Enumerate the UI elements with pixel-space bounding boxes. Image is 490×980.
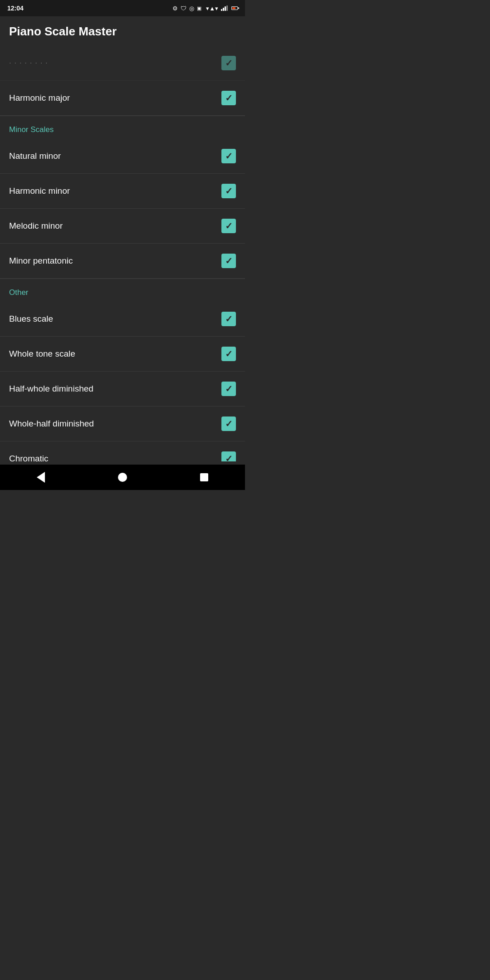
app-title: Piano Scale Master bbox=[9, 24, 236, 39]
signal-icon bbox=[221, 5, 228, 11]
section-header-other: Other bbox=[0, 279, 245, 302]
item-label: Chromatic bbox=[9, 454, 49, 461]
checkbox-whole-tone[interactable]: ✓ bbox=[221, 347, 236, 361]
nav-bar bbox=[0, 465, 245, 490]
recents-icon bbox=[200, 473, 208, 481]
item-label: Half-whole diminished bbox=[9, 384, 93, 394]
recents-button[interactable] bbox=[189, 470, 219, 485]
checkmark-icon: ✓ bbox=[225, 349, 233, 358]
list-item-half-whole[interactable]: Half-whole diminished ✓ bbox=[0, 372, 245, 407]
at-icon: ◎ bbox=[189, 5, 194, 12]
checkmark-icon: ✓ bbox=[225, 59, 233, 68]
back-button[interactable] bbox=[26, 468, 56, 486]
item-label: Harmonic major bbox=[9, 93, 70, 103]
wifi-icon: ▾▲▾ bbox=[206, 5, 218, 12]
item-label: Melodic minor bbox=[9, 221, 63, 231]
back-icon bbox=[37, 472, 45, 483]
list-item-whole-half[interactable]: Whole-half diminished ✓ bbox=[0, 407, 245, 441]
status-time: 12:04 bbox=[7, 5, 24, 12]
content-area: · · · · · · · · ✓ Harmonic major ✓ Minor… bbox=[0, 46, 245, 461]
item-label: · · · · · · · · bbox=[9, 59, 48, 68]
checkmark-icon: ✓ bbox=[225, 186, 233, 196]
clipboard-icon: ▣ bbox=[197, 5, 201, 11]
section-header-minor-scales: Minor Scales bbox=[0, 116, 245, 139]
item-label: Whole tone scale bbox=[9, 349, 75, 359]
item-label: Minor pentatonic bbox=[9, 256, 73, 266]
item-label: Blues scale bbox=[9, 314, 53, 324]
list-item-harmonic-major[interactable]: Harmonic major ✓ bbox=[0, 81, 245, 116]
checkmark-icon: ✓ bbox=[225, 93, 233, 103]
section-title: Other bbox=[9, 288, 29, 297]
checkmark-icon: ✓ bbox=[225, 221, 233, 230]
item-label: Whole-half diminished bbox=[9, 419, 94, 429]
checkbox-melodic-minor[interactable]: ✓ bbox=[221, 219, 236, 233]
checkmark-icon: ✓ bbox=[225, 256, 233, 265]
checkmark-icon: ✓ bbox=[225, 152, 233, 161]
shield-icon: 🛡 bbox=[181, 5, 186, 12]
list-item-whole-tone[interactable]: Whole tone scale ✓ bbox=[0, 337, 245, 372]
checkbox-whole-half[interactable]: ✓ bbox=[221, 416, 236, 431]
item-label: Natural minor bbox=[9, 151, 61, 161]
list-item-harmonic-minor[interactable]: Harmonic minor ✓ bbox=[0, 174, 245, 209]
battery-icon bbox=[231, 6, 238, 10]
checkbox-chromatic[interactable]: ✓ bbox=[221, 451, 236, 461]
checkmark-icon: ✓ bbox=[225, 314, 233, 323]
list-item-melodic-minor[interactable]: Melodic minor ✓ bbox=[0, 209, 245, 244]
checkmark-icon: ✓ bbox=[225, 419, 233, 428]
section-title: Minor Scales bbox=[9, 125, 54, 134]
checkbox[interactable]: ✓ bbox=[221, 56, 236, 70]
checkbox-half-whole[interactable]: ✓ bbox=[221, 382, 236, 396]
checkbox-harmonic-minor[interactable]: ✓ bbox=[221, 184, 236, 198]
list-item[interactable]: · · · · · · · · ✓ bbox=[0, 46, 245, 81]
app-header: Piano Scale Master bbox=[0, 16, 245, 46]
checkbox-minor-pentatonic[interactable]: ✓ bbox=[221, 254, 236, 268]
list-item-natural-minor[interactable]: Natural minor ✓ bbox=[0, 139, 245, 174]
list-item-blues-scale[interactable]: Blues scale ✓ bbox=[0, 302, 245, 337]
list-item-chromatic[interactable]: Chromatic ✓ bbox=[0, 441, 245, 461]
status-icons: ⚙ 🛡 ◎ ▣ ▾▲▾ bbox=[172, 5, 238, 12]
checkbox-blues-scale[interactable]: ✓ bbox=[221, 312, 236, 326]
settings-icon: ⚙ bbox=[172, 5, 178, 12]
checkbox-harmonic-major[interactable]: ✓ bbox=[221, 91, 236, 105]
list-item-minor-pentatonic[interactable]: Minor pentatonic ✓ bbox=[0, 244, 245, 279]
checkmark-icon: ✓ bbox=[225, 454, 233, 461]
home-icon bbox=[118, 473, 127, 482]
checkbox-natural-minor[interactable]: ✓ bbox=[221, 149, 236, 163]
item-label: Harmonic minor bbox=[9, 186, 70, 196]
status-bar: 12:04 ⚙ 🛡 ◎ ▣ ▾▲▾ bbox=[0, 0, 245, 16]
checkmark-icon: ✓ bbox=[225, 384, 233, 393]
home-button[interactable] bbox=[107, 469, 138, 485]
